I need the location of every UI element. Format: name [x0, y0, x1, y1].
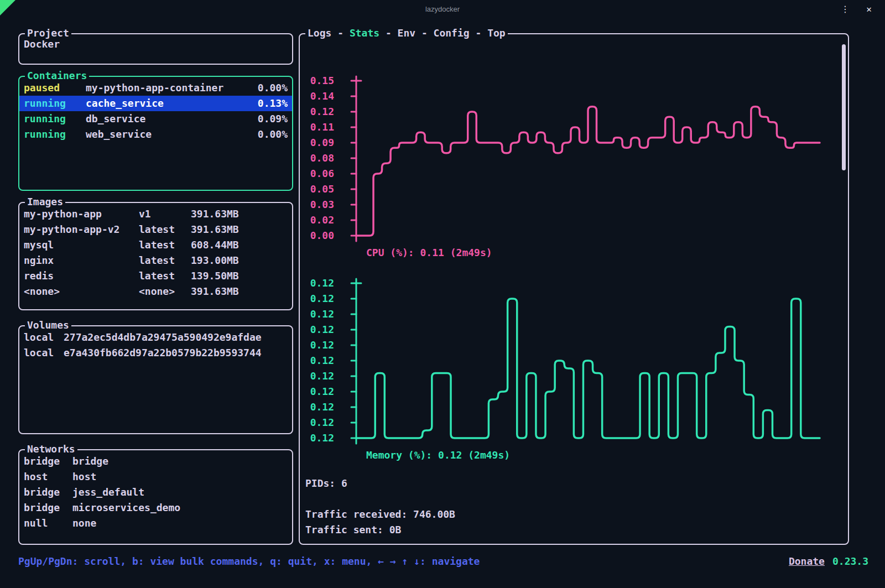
tab-separator: - [331, 26, 350, 40]
y-axis-tick-label: 0.12 [310, 275, 334, 291]
statusbar-right: Donate 0.23.3 [789, 554, 868, 569]
network-name: host [72, 469, 288, 485]
network-driver: bridge [24, 485, 72, 500]
y-axis-tick-label: 0.06 [310, 166, 334, 181]
tab-bar: Logs - Stats - Env - Config - Top [305, 26, 508, 40]
networks-panel-title: Networks [25, 442, 77, 456]
container-cpu-percent: 0.13% [258, 96, 288, 111]
images-panel: Images my-python-app v1 391.63MB my-pyth… [18, 202, 293, 310]
image-row[interactable]: mysql latest 608.44MB [19, 237, 292, 253]
network-name: jess_default [72, 485, 288, 500]
pids-text: PIDs: 6 [305, 476, 347, 491]
image-row[interactable]: nginx latest 193.00MB [19, 253, 292, 268]
tab: Logs [308, 26, 331, 40]
image-name: redis [24, 268, 139, 284]
image-name: <none> [24, 284, 139, 299]
tab: - Env [379, 26, 415, 40]
y-axis-tick-label: 0.12 [310, 415, 334, 430]
y-axis-tick-label: 0.15 [310, 73, 334, 89]
tab-label[interactable]: Stats [350, 26, 379, 40]
tab-label[interactable]: Logs [308, 26, 331, 40]
containers-list: paused my-python-app-container 0.00% run… [19, 77, 292, 142]
networks-panel: Networks bridge bridge host host bridge … [18, 449, 293, 545]
container-status: running [24, 96, 86, 111]
image-name: mysql [24, 237, 139, 253]
tab-separator: - [379, 26, 398, 40]
volume-row[interactable]: local e7a430fb662d97a22b0579b22b9593744 [19, 345, 292, 361]
container-row[interactable]: running cache_service 0.13% [19, 96, 292, 111]
tab: - Top [470, 26, 506, 40]
tab: - Stats [331, 26, 379, 40]
y-axis-tick-label: 0.02 [310, 212, 334, 228]
image-tag: v1 [139, 206, 191, 222]
container-name: cache_service [86, 96, 258, 111]
y-axis-tick-label: 0.08 [310, 150, 334, 166]
y-axis-tick-label: 0.12 [310, 399, 334, 415]
volume-name: e7a430fb662d97a22b0579b22b9593744 [64, 345, 288, 361]
volume-name: 277a2ec5d4db7a29475a590492e9afdae [64, 330, 288, 345]
scrollbar-thumb[interactable] [842, 44, 846, 170]
image-name: my-python-app-v2 [24, 222, 139, 237]
image-row[interactable]: my-python-app-v2 latest 391.63MB [19, 222, 292, 237]
tab-label[interactable]: Top [487, 26, 506, 40]
network-driver: null [24, 516, 72, 531]
tab-label[interactable]: Config [434, 26, 470, 40]
project-panel: Project Docker [18, 33, 293, 65]
image-size: 391.63MB [191, 206, 239, 222]
container-cpu-percent: 0.00% [258, 80, 288, 96]
cpu-chart: 0.150.140.120.110.090.080.060.050.030.02… [303, 74, 824, 246]
tab-label[interactable]: Env [398, 26, 416, 40]
network-row[interactable]: host host [19, 469, 292, 485]
cpu-chart-caption: CPU (%): 0.11 (2m49s) [366, 247, 492, 258]
container-name: web_service [86, 127, 258, 142]
y-axis-tick-label: 0.05 [310, 181, 334, 197]
y-axis-tick-label: 0.12 [310, 104, 334, 119]
tab-separator: - [470, 26, 488, 40]
cpu-yticks: 0.150.140.120.110.090.080.060.050.030.02… [303, 74, 334, 246]
image-name: nginx [24, 253, 139, 268]
image-row[interactable]: <none> <none> 391.63MB [19, 284, 292, 299]
volumes-panel-title: Volumes [25, 318, 71, 332]
container-cpu-percent: 0.09% [258, 111, 288, 127]
close-icon[interactable]: ✕ [866, 0, 872, 18]
volumes-panel: Volumes local 277a2ec5d4db7a29475a590492… [18, 325, 293, 434]
images-panel-title: Images [25, 195, 65, 209]
container-row[interactable]: running web_service 0.00% [19, 127, 292, 142]
y-axis-tick-label: 0.00 [310, 228, 334, 243]
project-panel-title: Project [25, 26, 71, 40]
container-status: running [24, 127, 86, 142]
traffic-sent-text: Traffic sent: 0B [305, 522, 401, 538]
images-list: my-python-app v1 391.63MB my-python-app-… [19, 203, 292, 299]
y-axis-tick-label: 0.12 [310, 306, 334, 322]
image-size: 391.63MB [191, 222, 239, 237]
donate-link[interactable]: Donate [789, 554, 825, 569]
titlebar: lazydocker ⋮ ✕ [0, 0, 885, 18]
network-driver: host [24, 469, 72, 485]
corner-accent-triangle [0, 0, 15, 15]
version-text: 0.23.3 [832, 554, 868, 569]
y-axis-tick-label: 0.11 [310, 119, 334, 135]
tab-separator: - [415, 26, 434, 40]
network-row[interactable]: bridge jess_default [19, 485, 292, 500]
containers-panel-title: Containers [25, 69, 89, 83]
volume-driver: local [24, 345, 64, 361]
y-axis-tick-label: 0.12 [310, 322, 334, 337]
y-axis-tick-label: 0.12 [310, 353, 334, 368]
memory-chart: 0.120.120.120.120.120.120.120.120.120.12… [303, 277, 824, 448]
image-tag: latest [139, 237, 191, 253]
network-row[interactable]: null none [19, 516, 292, 531]
network-name: microservices_demo [72, 500, 288, 516]
image-tag: <none> [139, 284, 191, 299]
image-tag: latest [139, 253, 191, 268]
network-row[interactable]: bridge microservices_demo [19, 500, 292, 516]
kebab-menu-icon[interactable]: ⋮ [841, 0, 850, 18]
network-name: none [72, 516, 288, 531]
y-axis-tick-label: 0.03 [310, 197, 334, 212]
container-name: db_service [86, 111, 258, 127]
container-cpu-percent: 0.00% [258, 127, 288, 142]
container-row[interactable]: running db_service 0.09% [19, 111, 292, 127]
container-name: my-python-app-container [86, 80, 258, 96]
container-status: running [24, 111, 86, 127]
image-row[interactable]: redis latest 139.50MB [19, 268, 292, 284]
memory-yticks: 0.120.120.120.120.120.120.120.120.120.12… [303, 277, 334, 448]
